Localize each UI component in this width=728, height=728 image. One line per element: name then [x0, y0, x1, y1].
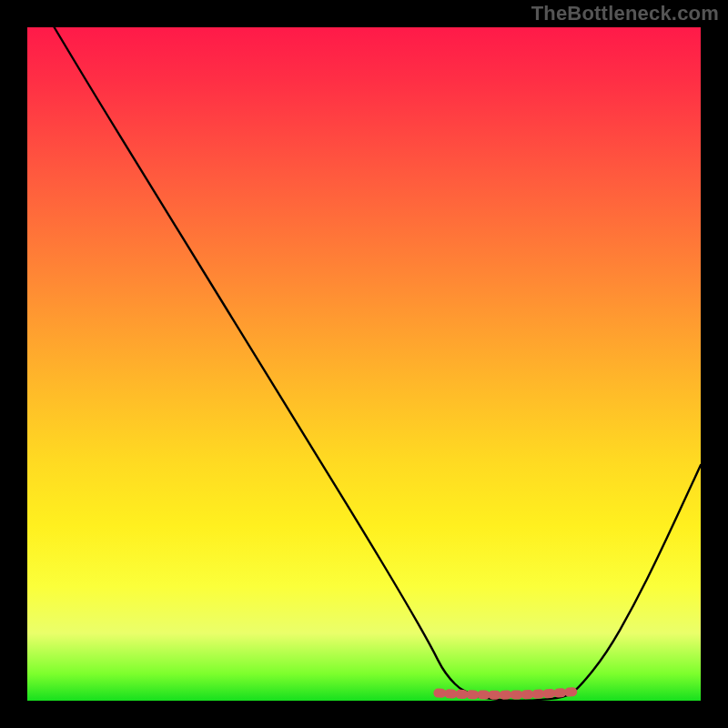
chart-svg — [27, 27, 701, 701]
watermark-text: TheBottleneck.com — [531, 2, 719, 25]
plot-area — [27, 27, 701, 701]
flat-minimum-highlight — [438, 692, 579, 695]
chart-frame: TheBottleneck.com — [0, 0, 728, 728]
bottleneck-curve — [55, 27, 701, 701]
